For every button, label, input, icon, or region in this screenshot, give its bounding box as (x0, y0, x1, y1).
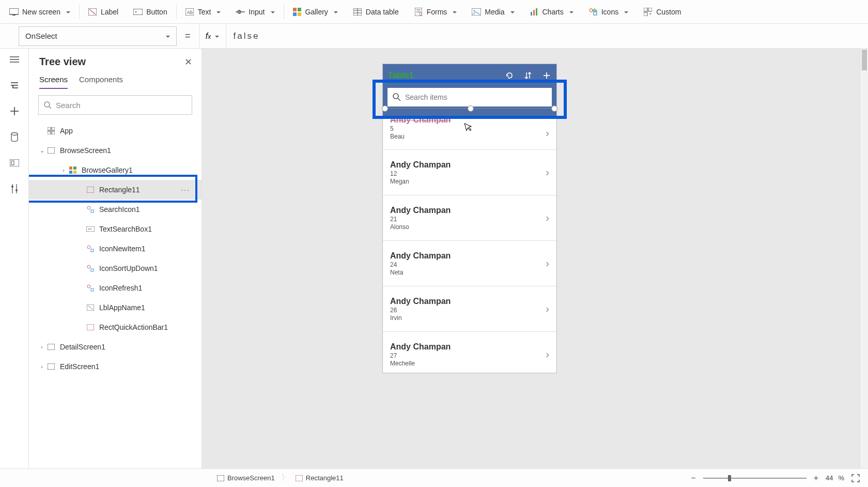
custom-label: Custom (656, 8, 681, 16)
tree-item-browsescreen[interactable]: ⌄ BrowseScreen1 (29, 141, 202, 160)
gallery-item[interactable]: Andy Champan 12 Megan › (383, 150, 556, 195)
property-dropdown[interactable]: OnSelect (19, 26, 177, 46)
tree-item-iconnewitem[interactable]: IconNewItem1 (29, 239, 202, 258)
icon-control-icon (85, 265, 96, 272)
item-sub1: 26 (390, 307, 451, 314)
more-icon[interactable]: ··· (181, 186, 190, 194)
fx-button[interactable]: fx (199, 24, 226, 49)
icon-control-icon (85, 206, 96, 213)
svg-rect-24 (531, 12, 532, 16)
forms-menu[interactable]: Forms (407, 0, 465, 23)
formula-input[interactable]: false (226, 24, 868, 49)
chevron-down-icon (214, 8, 221, 16)
icons-menu[interactable]: Icons (581, 0, 636, 23)
hamburger-icon[interactable] (9, 54, 20, 65)
tree-item-iconsort[interactable]: IconSortUpDown1 (29, 258, 202, 278)
data-icon[interactable] (9, 131, 20, 143)
input-label: Input (249, 8, 265, 16)
resize-handle[interactable] (468, 105, 474, 112)
button-button[interactable]: Button (126, 0, 175, 23)
chevron-right-icon: › (546, 348, 549, 360)
tree-item-browsegallery[interactable]: › BrowseGallery1 (29, 160, 202, 180)
tab-screens[interactable]: Screens (39, 75, 68, 89)
item-sub1: 5 (390, 125, 451, 132)
custom-menu[interactable]: + Custom (636, 0, 689, 23)
gallery-item[interactable]: Andy Champan 26 Irvin › (383, 286, 556, 332)
new-screen-menu[interactable]: New screen (2, 0, 78, 23)
svg-rect-0 (9, 8, 19, 14)
resize-handle[interactable] (551, 105, 557, 112)
svg-rect-12 (293, 12, 297, 16)
tree-item-rectangle11[interactable]: Rectangle11 ··· (29, 180, 202, 200)
search-input[interactable] (405, 93, 547, 101)
sort-icon[interactable] (523, 71, 533, 80)
rectangle-icon (85, 324, 96, 330)
svg-rect-40 (11, 161, 14, 165)
svg-rect-53 (73, 166, 76, 170)
gallery-icon (67, 166, 79, 174)
tree-item-rectquickaction[interactable]: RectQuickActionBar1 (29, 317, 202, 337)
tree-item-app[interactable]: App (29, 121, 202, 141)
svg-point-61 (87, 246, 90, 249)
resize-handle[interactable] (382, 105, 388, 112)
app-icon (45, 127, 57, 134)
tab-components[interactable]: Components (79, 75, 123, 89)
chevron-right-icon: › (546, 212, 549, 224)
tree-label: EditScreen1 (60, 362, 99, 371)
data-table-label: Data table (366, 8, 399, 16)
tree-title: Tree view (39, 56, 86, 68)
tree-item-iconrefresh[interactable]: IconRefresh1 (29, 278, 202, 298)
gallery-menu[interactable]: Gallery (285, 0, 346, 23)
advanced-icon[interactable] (9, 183, 20, 194)
media-menu[interactable]: Media (464, 0, 522, 23)
refresh-icon[interactable] (505, 71, 514, 80)
chevron-down-icon (64, 8, 70, 16)
media-rail-icon[interactable] (9, 157, 20, 169)
icon-control-icon (85, 245, 96, 252)
main-area: Tree view ✕ Screens Components Search Ap… (0, 49, 868, 468)
textbox-icon (85, 226, 96, 232)
svg-point-73 (393, 94, 398, 99)
scrollbar-thumb[interactable] (862, 50, 867, 70)
insert-icon[interactable] (9, 105, 20, 117)
search-placeholder: Search (56, 101, 81, 110)
gallery-item[interactable]: Andy Champan 27 Mechelle › (383, 332, 556, 373)
ribbon-toolbar: New screen Label Button Ab Text Input (0, 0, 868, 24)
tree-item-searchicon[interactable]: SearchIcon1 (29, 200, 202, 219)
chevron-right-icon: › (546, 257, 549, 269)
charts-menu[interactable]: Charts (522, 0, 581, 23)
add-icon[interactable] (542, 71, 551, 80)
svg-point-44 (16, 189, 18, 191)
svg-rect-30 (648, 8, 652, 11)
gallery: Andy Champan 5 Beau › Andy Champan 12 Me… (383, 117, 556, 373)
close-icon[interactable]: ✕ (184, 56, 192, 68)
gallery-item[interactable]: Andy Champan 21 Alonso › (383, 195, 556, 241)
tree-label: App (60, 127, 73, 135)
chevron-down-icon (332, 8, 338, 16)
item-sub1: 12 (390, 170, 451, 177)
text-menu[interactable]: Ab Text (178, 0, 229, 23)
separator (284, 5, 284, 19)
svg-rect-50 (52, 131, 55, 134)
tree-item-lblappname[interactable]: LblAppName1 (29, 298, 202, 317)
svg-rect-11 (298, 8, 301, 11)
svg-rect-58 (91, 210, 94, 212)
canvas[interactable]: Table1 (202, 49, 868, 468)
forms-icon (414, 7, 423, 17)
tree-search[interactable]: Search (38, 95, 192, 115)
tree-item-editscreen[interactable]: › EditScreen1 (29, 357, 202, 376)
chevron-down-icon (508, 8, 515, 16)
gallery-item[interactable]: Andy Champan 24 Neta › (383, 241, 556, 286)
chevron-down-icon (622, 8, 628, 16)
tree-view-icon[interactable] (9, 80, 20, 91)
vertical-scrollbar[interactable] (860, 49, 868, 468)
label-button[interactable]: Label (81, 0, 126, 23)
search-box[interactable] (388, 88, 552, 106)
tree-item-detailscreen[interactable]: › DetailScreen1 (29, 337, 202, 357)
tree-label: IconSortUpDown1 (99, 264, 158, 272)
data-table-button[interactable]: Data table (346, 0, 407, 23)
input-icon (236, 7, 245, 17)
input-menu[interactable]: Input (228, 0, 282, 23)
tree-item-textsearchbox[interactable]: TextSearchBox1 (29, 219, 202, 239)
item-sub2: Irvin (390, 314, 451, 322)
